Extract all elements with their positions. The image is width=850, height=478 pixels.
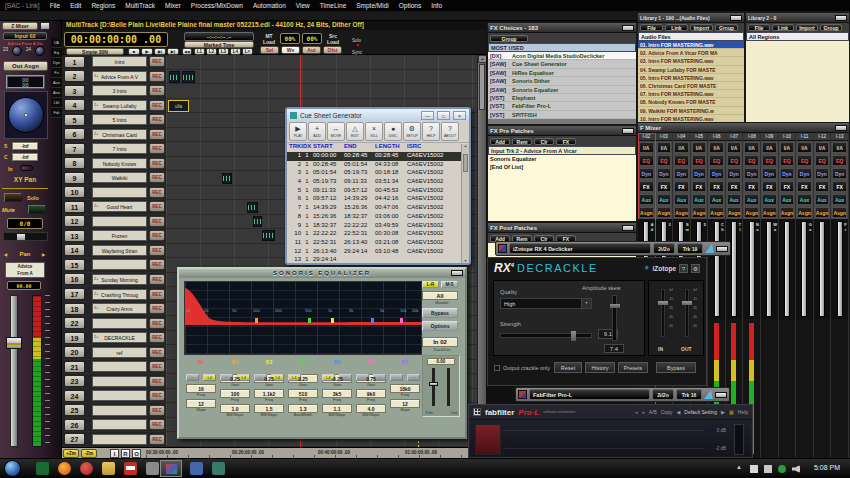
dynamics-button[interactable]: Dyn	[744, 168, 759, 179]
fx-button[interactable]: FX	[832, 181, 847, 192]
record-arm-button[interactable]: REC	[149, 158, 165, 169]
menu-item[interactable]: Mixer	[165, 2, 181, 9]
band-type-button[interactable]: ·	[390, 374, 403, 381]
tray-network-icon[interactable]	[764, 465, 772, 473]
band-freq-value[interactable]: 18k0	[390, 384, 420, 393]
scroll-up-arrow[interactable]: ▲	[462, 144, 469, 148]
fx-choice-item[interactable]: [DX] Acon Digital Media StudioDeclicker	[488, 52, 636, 60]
menu-item[interactable]: Edit	[70, 2, 81, 9]
options-button[interactable]: Options	[422, 321, 458, 331]
cue-sheet-scrollbar[interactable]: ▲ ▼	[461, 144, 469, 263]
assign-button[interactable]: Asgn	[797, 207, 812, 218]
cue-sheet-row[interactable]: 9118:32:3722:22:2203:49:59CA6EV15002	[287, 222, 469, 231]
library-button[interactable]: Import	[796, 24, 818, 31]
record-arm-button[interactable]: REC	[149, 405, 165, 416]
track-label-field[interactable]	[92, 361, 147, 372]
solo-button[interactable]	[4, 193, 22, 202]
dynamics-button[interactable]: Dyn	[709, 168, 724, 179]
repeat-button[interactable]: R	[121, 449, 130, 458]
track-number-button[interactable]: 13	[64, 230, 85, 242]
scroll-up-arrow[interactable]: ▲	[478, 55, 486, 63]
tray-antivirus-icon[interactable]	[778, 465, 786, 473]
record-arm-button[interactable]: REC	[149, 419, 165, 430]
copy-button[interactable]: Copy	[661, 409, 673, 415]
menu-item[interactable]: MultiTrack	[125, 2, 155, 9]
locate-button[interactable]: L4	[230, 48, 241, 55]
channel-tab[interactable]: I-03	[656, 133, 673, 141]
app-icon[interactable]	[190, 462, 203, 475]
record-arm-button[interactable]: REC	[149, 259, 165, 270]
preset-prev-button[interactable]: ◀	[676, 409, 680, 415]
settings-wrench-button[interactable]: ⚙	[691, 264, 700, 273]
quality-dropdown[interactable]: High▼	[500, 298, 592, 309]
band-freq-value[interactable]: 9k0	[356, 389, 386, 398]
ms-mode-button[interactable]: M-S	[441, 281, 458, 288]
locate-button[interactable]: L3	[218, 48, 229, 55]
dynamics-button[interactable]: Dyn	[780, 168, 795, 179]
minimize-icon[interactable]	[835, 15, 847, 21]
menu-item[interactable]: [SAC - Link]	[5, 2, 40, 9]
track-label-field[interactable]	[92, 419, 147, 430]
track-number-button[interactable]: 5	[64, 114, 85, 126]
assign-button[interactable]: Asgn	[639, 207, 654, 218]
band-slope-value[interactable]: 1.1	[322, 404, 352, 413]
track-label-field[interactable]: 2+ Advice From A V	[92, 71, 147, 82]
minimize-icon[interactable]	[715, 392, 727, 398]
aux-button[interactable]: Aux	[727, 194, 742, 205]
fader-well[interactable]: Go	[796, 219, 813, 319]
fx-button[interactable]: FX	[657, 181, 672, 192]
menu-item[interactable]: View	[296, 2, 310, 9]
track-number-button[interactable]: 8	[64, 157, 85, 169]
fx-choice-item[interactable]: [SAW] Sonoris Dither	[488, 77, 636, 85]
mode-button[interactable]: Sel	[260, 46, 279, 54]
toolbar-button[interactable]: ● DISC	[384, 122, 402, 141]
band-freq-value[interactable]: 100	[220, 389, 250, 398]
gain-display[interactable]: 00.00	[7, 281, 41, 290]
aux-button[interactable]: Aux	[674, 194, 689, 205]
zoom-in-button[interactable]: +Zm	[63, 449, 79, 458]
dynamics-button[interactable]: Dyn	[815, 168, 830, 179]
track-number-button[interactable]: 14	[64, 244, 85, 256]
channel-tab[interactable]: I-02	[638, 133, 655, 141]
scrollbar-thumb[interactable]	[463, 154, 468, 172]
plugin-chrome-bar[interactable]: FabFilter Pro-L 2i/2o Trk 16	[515, 387, 730, 402]
smpte-mode-button[interactable]: Smpte 30N	[66, 48, 124, 55]
fx-button[interactable]: FX	[815, 181, 830, 192]
record-arm-button[interactable]: REC	[149, 390, 165, 401]
limiter-graph[interactable]: 0 dB-2 dB	[471, 422, 750, 457]
library-button[interactable]: File	[748, 24, 770, 31]
aux-button[interactable]: Aux	[762, 194, 777, 205]
fx-button[interactable]: FX	[709, 181, 724, 192]
out-point-button[interactable]: O	[132, 449, 141, 458]
fx-choice-item[interactable]: [SAW] HiRes Equaliser	[488, 69, 636, 77]
input-assign-button[interactable]: I/A	[780, 142, 795, 153]
locate-button[interactable]: L>	[242, 48, 253, 55]
taskbar-clock[interactable]: 5:08 PM	[814, 464, 840, 471]
input-assign-button[interactable]: I/A	[727, 142, 742, 153]
band-slope-value[interactable]: 1.5	[254, 404, 284, 413]
cue-sheet-row[interactable]: 7114:39:2915:26:3600:47:06CA6EV15002	[287, 204, 469, 213]
input-assign-button[interactable]: I/A	[797, 142, 812, 153]
fader-well[interactable]: Wa	[761, 219, 778, 319]
track-number-button[interactable]: 20	[64, 346, 85, 358]
track-number-button[interactable]: 6	[64, 128, 85, 140]
track-number-button[interactable]: 15	[64, 259, 85, 271]
aux-button[interactable]: Aux	[709, 194, 724, 205]
toolbar-button[interactable]: ↔ MOVE	[327, 122, 345, 141]
band-slope-value[interactable]: 12	[186, 399, 216, 408]
track-label-field[interactable]: Wayfaring Stran	[92, 245, 147, 256]
cue-sheet-row[interactable]: 10122:22:2222:52:3100:30:08CA6EV15002	[287, 230, 469, 239]
band-freq-value[interactable]: 3k5	[322, 389, 352, 398]
aux-button[interactable]: Aux	[692, 194, 707, 205]
record-arm-button[interactable]: REC	[149, 318, 165, 329]
input-assign-button[interactable]: I/A	[692, 142, 707, 153]
transport-button[interactable]: ▶	[141, 48, 153, 55]
dynamics-button[interactable]: Dyn	[762, 168, 777, 179]
volume-display[interactable]: 0/0	[7, 218, 43, 229]
zone-button[interactable]: Asn	[51, 88, 62, 98]
zone-button[interactable]: Lbl	[51, 98, 62, 108]
track-number-button[interactable]: 16	[64, 273, 85, 285]
menu-item[interactable]: File	[50, 2, 60, 9]
library-item[interactable]: 03. Intro FOR MASTERING.wav	[638, 57, 744, 65]
channel-tab[interactable]: I-11	[796, 133, 813, 141]
